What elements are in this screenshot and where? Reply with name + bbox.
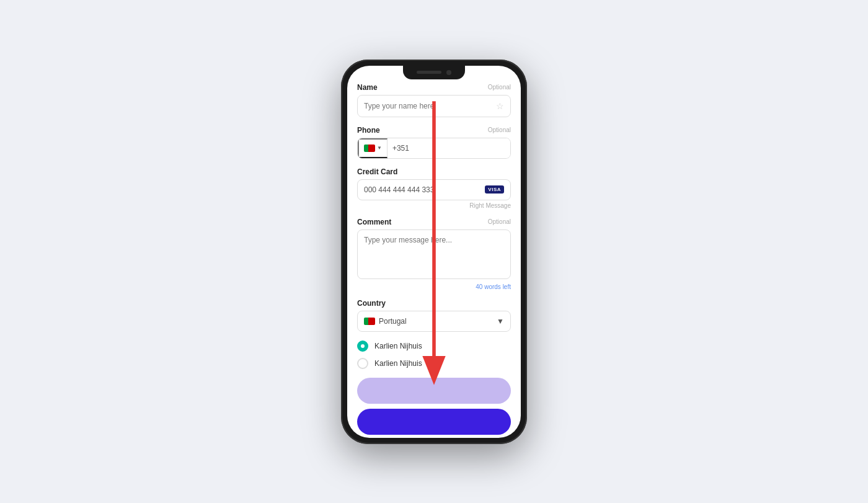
portugal-flag-country (364, 318, 375, 325)
country-label-row: Country (357, 299, 511, 308)
flag-red-2 (368, 318, 375, 325)
radio-circle-2[interactable] (357, 358, 368, 369)
dropdown-arrow-icon: ▼ (497, 317, 504, 326)
camera (446, 70, 451, 75)
radio-label-1: Karlien Nijhuis (374, 342, 422, 350)
phone-optional: Optional (488, 127, 511, 133)
name-field-group: Name Optional ☆ (357, 83, 511, 117)
country-field-group: Country Portugal ▼ (357, 299, 511, 332)
country-code-button[interactable]: ▼ (358, 138, 388, 158)
country-value: Portugal (379, 317, 497, 326)
name-input[interactable] (364, 102, 496, 110)
portugal-flag (364, 145, 375, 152)
card-input-row[interactable]: VISA (357, 179, 511, 200)
comment-label-row: Comment Optional (357, 218, 511, 226)
flag-green-2 (364, 318, 368, 325)
name-input-box[interactable]: ☆ (357, 95, 511, 117)
secondary-button[interactable] (357, 378, 511, 404)
form-content: Name Optional ☆ Phone Optional (347, 66, 521, 438)
phone-device: Name Optional ☆ Phone Optional (341, 60, 527, 444)
credit-card-label: Credit Card (357, 167, 397, 176)
radio-item-2[interactable]: Karlien Nijhuis (357, 358, 511, 369)
visa-badge: VISA (485, 185, 504, 194)
comment-field-group: Comment Optional 40 words left (357, 218, 511, 290)
name-optional: Optional (488, 84, 511, 91)
comment-optional: Optional (488, 218, 511, 225)
comment-label: Comment (357, 218, 391, 226)
card-number-input[interactable] (364, 185, 485, 194)
speaker (417, 71, 441, 74)
right-message: Right Message (357, 202, 511, 209)
chevron-down-icon: ▼ (377, 145, 382, 151)
star-icon: ☆ (496, 101, 504, 111)
radio-group: Karlien Nijhuis Karlien Nijhuis (357, 341, 511, 369)
credit-card-label-row: Credit Card (357, 167, 511, 176)
name-label: Name (357, 83, 378, 92)
notch (403, 66, 465, 79)
name-label-row: Name Optional (357, 83, 511, 92)
phone-label: Phone (357, 126, 380, 135)
phone-number-input[interactable] (388, 138, 510, 158)
primary-button[interactable] (357, 409, 511, 435)
radio-item-1[interactable]: Karlien Nijhuis (357, 341, 511, 352)
flag-green (364, 145, 368, 152)
radio-circle-1[interactable] (357, 341, 368, 352)
country-dropdown[interactable]: Portugal ▼ (357, 311, 511, 332)
words-left: 40 words left (357, 283, 511, 290)
credit-card-field-group: Credit Card VISA Right Message (357, 167, 511, 209)
country-label: Country (357, 299, 386, 308)
radio-label-2: Karlien Nijhuis (374, 359, 422, 368)
phone-input-row: ▼ (357, 138, 511, 159)
phone-screen: Name Optional ☆ Phone Optional (347, 66, 521, 438)
comment-textarea[interactable] (357, 229, 511, 279)
flag-red (368, 145, 375, 152)
phone-field-group: Phone Optional ▼ (357, 126, 511, 159)
phone-label-row: Phone Optional (357, 126, 511, 135)
